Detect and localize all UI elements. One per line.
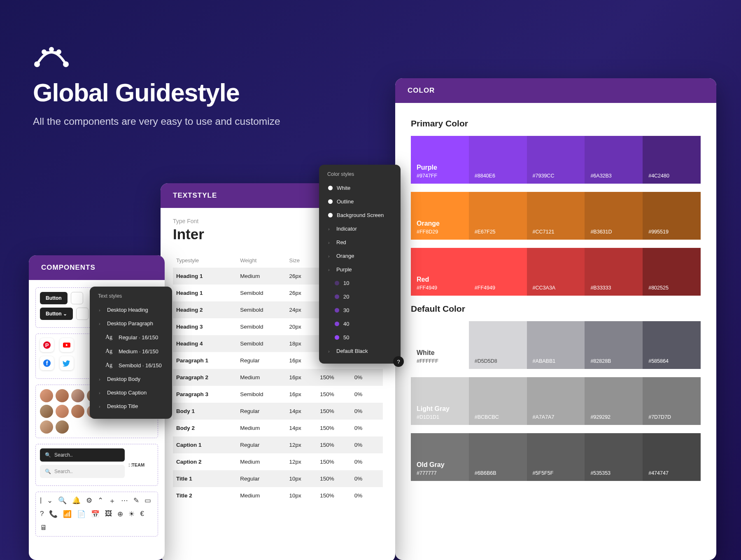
color-swatch[interactable]: #8840E6 <box>469 136 527 184</box>
help-icon[interactable]: ? <box>393 356 404 367</box>
color-group-item[interactable]: ›Indicator <box>321 222 399 236</box>
svg-point-0 <box>34 61 40 67</box>
avatar[interactable] <box>71 405 84 418</box>
svg-text:f: f <box>46 360 48 366</box>
color-swatch[interactable]: #B3631D <box>585 192 643 240</box>
color-swatch[interactable]: #802525 <box>643 248 701 296</box>
icons-group: | ⌄ 🔍 🔔 ⚙ ⌃ ＋ ⋯ ✎ ▭ ? 📞 📶 📄 📅 🖼 ⊕ ☀ <box>35 492 158 537</box>
euro-icon: € <box>140 510 144 518</box>
color-swatch[interactable]: #5F5F5F <box>527 433 585 481</box>
color-swatch[interactable]: #4C2480 <box>643 136 701 184</box>
swatch-row: Light Gray#D1D1D1#BCBCBC#A7A7A7#929292#7… <box>411 377 701 425</box>
add-circle-icon: ⊕ <box>117 510 123 518</box>
button-dark-dropdown[interactable]: Button ⌄ <box>40 308 73 320</box>
color-swatch[interactable]: Purple#9747FF <box>411 136 469 184</box>
avatar[interactable] <box>56 420 69 434</box>
swatch-row: Purple#9747FF#8840E6#7939CC#6A32B3#4C248… <box>411 136 701 184</box>
table-row: Body 2Medium14px150%0% <box>173 420 383 436</box>
color-swatch[interactable]: #BCBCBC <box>469 377 527 425</box>
text-style-item[interactable]: ›Desktop Heading <box>91 303 170 317</box>
plus-icon: ＋ <box>109 496 116 506</box>
color-swatch[interactable]: White#FFFFFF <box>411 321 469 369</box>
edit-icon: ✎ <box>133 496 139 506</box>
color-swatch[interactable]: #D5D5D8 <box>469 321 527 369</box>
color-swatch[interactable]: Old Gray#777777 <box>411 433 469 481</box>
twitter-icon[interactable] <box>60 356 74 370</box>
color-swatch[interactable]: #585864 <box>643 321 701 369</box>
search-group: 🔍Search.. 🔍Search.. ⸬ TEAM <box>35 444 158 486</box>
color-panel-heading: COLOR <box>395 78 716 103</box>
avatar[interactable] <box>40 405 53 418</box>
document-icon: 📄 <box>77 510 86 518</box>
color-swatch[interactable]: #B33333 <box>585 248 643 296</box>
search-input-light[interactable]: 🔍Search.. <box>40 465 125 478</box>
color-style-item[interactable]: Outline <box>321 195 399 208</box>
youtube-icon[interactable] <box>60 338 74 352</box>
sun-icon: ☀ <box>128 510 135 518</box>
avatar[interactable] <box>56 389 69 402</box>
color-swatch[interactable]: #ABABB1 <box>527 321 585 369</box>
color-swatch[interactable]: #6B6B6B <box>469 433 527 481</box>
text-style-item[interactable]: ›Desktop Caption <box>91 386 170 399</box>
color-swatch[interactable]: #FF4949 <box>469 248 527 296</box>
search-input-dark[interactable]: 🔍Search.. <box>40 448 125 462</box>
table-row: Title 2Medium10px150%0% <box>173 487 383 504</box>
color-group-item[interactable]: ›Orange <box>321 249 399 263</box>
color-shade[interactable]: 20 <box>321 290 399 303</box>
color-group-item[interactable]: ›Default Black <box>321 344 399 358</box>
color-swatch[interactable]: #7939CC <box>527 136 585 184</box>
text-styles-title: Text styles <box>91 292 170 303</box>
color-shade[interactable]: 10 <box>321 276 399 290</box>
color-styles-title: Color styles <box>321 170 399 181</box>
color-swatch[interactable]: #E67F25 <box>469 192 527 240</box>
color-swatch[interactable]: #535353 <box>585 433 643 481</box>
avatar[interactable] <box>71 389 84 402</box>
color-swatch[interactable]: #474747 <box>643 433 701 481</box>
color-swatch[interactable]: #7D7D7D <box>643 377 701 425</box>
color-swatch[interactable]: #82828B <box>585 321 643 369</box>
color-group-item[interactable]: ›Red <box>321 236 399 249</box>
page-title: Global Guidestyle <box>33 78 280 107</box>
avatar[interactable] <box>56 405 69 418</box>
text-style-variant[interactable]: AgMedium · 16/150 <box>91 344 170 358</box>
color-swatch[interactable]: #929292 <box>585 377 643 425</box>
table-row: Caption 1Regular12px150%0% <box>173 436 383 453</box>
color-swatch[interactable]: Orange#FF8D29 <box>411 192 469 240</box>
bell-icon: 🔔 <box>72 496 81 506</box>
color-swatch[interactable]: #995519 <box>643 192 701 240</box>
image-icon: 🖼 <box>105 510 112 518</box>
color-style-item[interactable]: Background Screen <box>321 208 399 222</box>
color-swatch[interactable]: #CC3A3A <box>527 248 585 296</box>
color-style-item[interactable]: White <box>321 181 399 195</box>
button-dark[interactable]: Button <box>40 292 68 304</box>
text-style-item[interactable]: ›Desktop Paragraph <box>91 317 170 330</box>
button-outline-2[interactable] <box>76 308 89 320</box>
color-swatch[interactable]: Red#FF4949 <box>411 248 469 296</box>
stop-icon: ▭ <box>144 496 151 506</box>
text-style-variant[interactable]: AgSemibold · 16/150 <box>91 358 170 372</box>
primary-color-label: Primary Color <box>411 119 701 128</box>
color-swatch[interactable]: Light Gray#D1D1D1 <box>411 377 469 425</box>
facebook-icon[interactable]: f <box>40 356 54 370</box>
avatar[interactable] <box>40 420 53 434</box>
swatch-row: Old Gray#777777#6B6B6B#5F5F5F#535353#474… <box>411 433 701 481</box>
swatch-row: Orange#FF8D29#E67F25#CC7121#B3631D#99551… <box>411 192 701 240</box>
color-group-item[interactable]: ›Purple <box>321 263 399 276</box>
text-style-item[interactable]: ›Desktop Body <box>91 372 170 386</box>
color-swatch[interactable]: #CC7121 <box>527 192 585 240</box>
search-icon: 🔍 <box>45 469 51 474</box>
pinterest-icon[interactable]: P <box>40 338 54 352</box>
table-row: Title 1Regular10px150%0% <box>173 470 383 487</box>
button-outline[interactable] <box>71 292 83 304</box>
logo-icon <box>33 45 70 68</box>
color-swatch[interactable]: #6A32B3 <box>585 136 643 184</box>
help-icon: ? <box>40 510 44 518</box>
avatar[interactable] <box>40 389 53 402</box>
text-style-variant[interactable]: AgRegular · 16/150 <box>91 330 170 344</box>
color-shade[interactable]: 40 <box>321 317 399 331</box>
color-shade[interactable]: 50 <box>321 331 399 344</box>
color-swatch[interactable]: #A7A7A7 <box>527 377 585 425</box>
color-shade[interactable]: 30 <box>321 303 399 317</box>
hero: Global Guidestyle All the components are… <box>33 45 280 128</box>
text-style-item[interactable]: ›Desktop Title <box>91 399 170 413</box>
